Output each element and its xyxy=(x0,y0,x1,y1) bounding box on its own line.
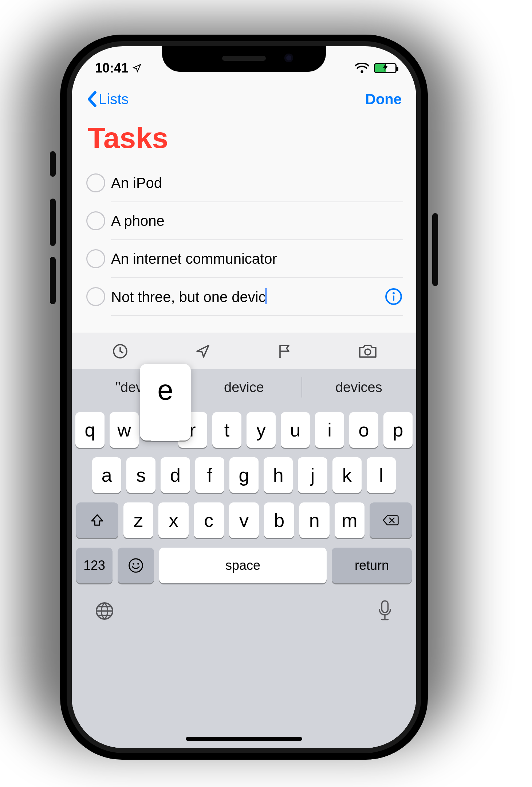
svg-point-6 xyxy=(129,559,143,572)
key-a[interactable]: a xyxy=(92,457,121,493)
key-h[interactable]: h xyxy=(264,457,293,493)
back-label: Lists xyxy=(99,91,129,107)
page-title: Tasks xyxy=(72,115,416,164)
completion-circle[interactable] xyxy=(86,249,105,268)
dictation-button[interactable] xyxy=(376,600,394,623)
reminder-detail-toolbar xyxy=(72,333,416,369)
reminder-text[interactable]: An internet communicator xyxy=(111,251,277,267)
chevron-left-icon xyxy=(86,91,97,107)
reminder-row[interactable]: A phone xyxy=(111,202,403,240)
key-m[interactable]: m xyxy=(335,502,365,538)
microphone-icon xyxy=(376,600,394,622)
key-b[interactable]: b xyxy=(264,502,294,538)
shift-key[interactable] xyxy=(76,502,118,538)
keyboard-suggestion-bar: "dev device devices xyxy=(72,369,416,406)
mute-switch xyxy=(50,151,56,177)
power-button xyxy=(432,213,438,286)
return-key[interactable]: return xyxy=(332,548,412,583)
status-time: 10:41 xyxy=(95,60,129,76)
volume-down-button xyxy=(50,257,56,304)
camera-icon xyxy=(358,343,377,359)
suggestion[interactable]: device xyxy=(186,369,301,406)
photo-button[interactable] xyxy=(346,340,390,362)
svg-point-0 xyxy=(361,70,363,73)
info-icon xyxy=(385,287,403,306)
notch xyxy=(162,46,326,72)
schedule-button[interactable] xyxy=(98,340,142,362)
key-l[interactable]: l xyxy=(367,457,396,493)
key-popup: e xyxy=(140,364,191,441)
suggestion[interactable]: devices xyxy=(302,369,416,406)
charging-icon xyxy=(383,64,388,73)
key-n[interactable]: n xyxy=(299,502,330,538)
reminder-row[interactable]: An internet communicator xyxy=(111,240,403,278)
completion-circle[interactable] xyxy=(86,211,105,230)
text-caret xyxy=(265,288,267,304)
flag-button[interactable] xyxy=(263,340,307,362)
keyboard: e q w e r t y u i o p a xyxy=(72,406,416,748)
svg-rect-3 xyxy=(393,295,394,301)
key-u[interactable]: u xyxy=(281,412,310,448)
emoji-key[interactable] xyxy=(118,548,154,583)
key-p[interactable]: p xyxy=(383,412,413,448)
location-services-icon xyxy=(132,63,142,73)
flag-icon xyxy=(276,342,294,360)
key-q[interactable]: q xyxy=(75,412,105,448)
emoji-icon xyxy=(128,557,144,573)
wifi-icon xyxy=(355,63,369,73)
reminder-row-editing[interactable]: Not three, but one devic xyxy=(111,278,403,316)
svg-point-5 xyxy=(365,349,371,355)
shift-icon xyxy=(90,513,105,528)
key-t[interactable]: t xyxy=(212,412,241,448)
key-v[interactable]: v xyxy=(229,502,259,538)
done-button[interactable]: Done xyxy=(365,91,402,107)
reminder-text-input[interactable]: Not three, but one devic xyxy=(111,288,267,305)
reminder-text[interactable]: An iPod xyxy=(111,175,162,191)
key-k[interactable]: k xyxy=(332,457,362,493)
svg-point-2 xyxy=(393,292,395,294)
key-x[interactable]: x xyxy=(158,502,189,538)
battery-icon xyxy=(374,63,397,73)
key-o[interactable]: o xyxy=(349,412,378,448)
clock-icon xyxy=(111,342,129,360)
key-z[interactable]: z xyxy=(123,502,154,538)
key-d[interactable]: d xyxy=(161,457,190,493)
reminder-row[interactable]: An iPod xyxy=(111,164,403,202)
key-i[interactable]: i xyxy=(315,412,344,448)
reminders-list: An iPod A phone An internet communicator… xyxy=(72,164,416,316)
keyboard-switch-button[interactable] xyxy=(94,601,115,623)
completion-circle[interactable] xyxy=(86,173,105,192)
svg-rect-10 xyxy=(382,601,388,612)
navigation-bar: Lists Done xyxy=(72,83,416,115)
screen: 10:41 xyxy=(72,46,416,748)
svg-point-8 xyxy=(137,563,139,565)
svg-point-7 xyxy=(133,563,134,565)
key-s[interactable]: s xyxy=(126,457,155,493)
key-f[interactable]: f xyxy=(195,457,224,493)
key-c[interactable]: c xyxy=(194,502,224,538)
completion-circle[interactable] xyxy=(86,287,105,306)
key-j[interactable]: j xyxy=(298,457,327,493)
numbers-key[interactable]: 123 xyxy=(76,548,113,583)
key-w[interactable]: w xyxy=(110,412,139,448)
home-indicator[interactable] xyxy=(186,737,302,741)
globe-icon xyxy=(94,601,115,621)
phone-frame: 10:41 xyxy=(60,35,428,760)
location-icon xyxy=(194,342,212,360)
details-button[interactable] xyxy=(384,287,403,306)
location-button[interactable] xyxy=(181,340,225,362)
space-key[interactable]: space xyxy=(159,548,327,583)
key-g[interactable]: g xyxy=(229,457,259,493)
key-y[interactable]: y xyxy=(247,412,276,448)
reminder-text[interactable]: A phone xyxy=(111,213,165,229)
backspace-key[interactable] xyxy=(370,502,412,538)
volume-up-button xyxy=(50,199,56,246)
backspace-icon xyxy=(383,514,399,526)
back-button[interactable]: Lists xyxy=(86,91,129,107)
